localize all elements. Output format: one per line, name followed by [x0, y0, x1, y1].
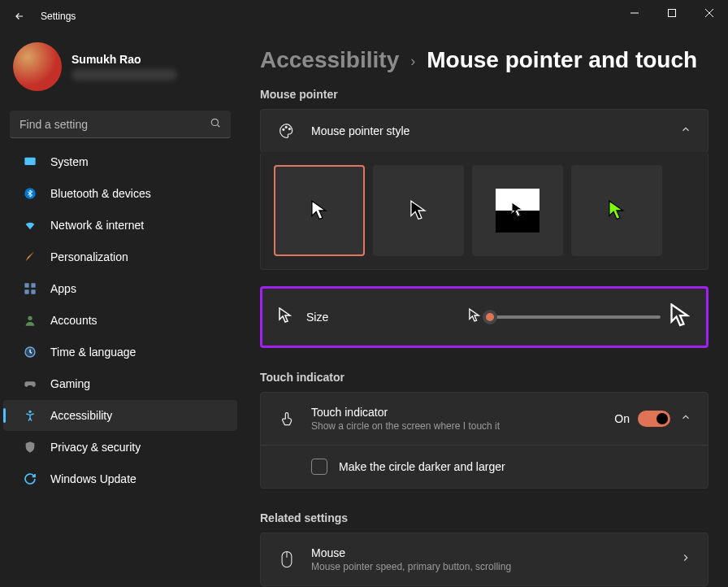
pointer-style-custom[interactable]: [571, 165, 662, 256]
nav-list: System Bluetooth & devices Network & int…: [0, 146, 240, 494]
touch-indicator-label: Touch indicator: [311, 406, 614, 419]
pointer-style-inverted[interactable]: [472, 165, 563, 256]
pointer-size-slider[interactable]: [490, 315, 661, 319]
svg-rect-10: [24, 289, 28, 294]
breadcrumb-parent[interactable]: Accessibility: [260, 47, 399, 73]
nav-gaming[interactable]: Gaming: [3, 368, 237, 399]
touch-indicator-card: Touch indicator Show a circle on the scr…: [260, 392, 708, 489]
palette-icon: [277, 123, 297, 139]
chevron-right-icon: [680, 552, 691, 567]
page-title: Mouse pointer and touch: [427, 47, 697, 73]
pointer-style-label: Mouse pointer style: [311, 124, 670, 137]
nav-accessibility[interactable]: Accessibility: [3, 400, 237, 431]
toggle-state-text: On: [614, 412, 630, 425]
touch-indicator-toggle[interactable]: [638, 411, 670, 427]
svg-rect-1: [669, 10, 676, 17]
minimize-button[interactable]: [616, 0, 653, 26]
pointer-style-header[interactable]: Mouse pointer style: [260, 109, 708, 153]
clock-icon: [23, 345, 37, 359]
search-box: [10, 111, 231, 138]
related-mouse-label: Mouse: [311, 546, 670, 559]
mouse-icon: [277, 550, 297, 568]
cursor-small-icon: [279, 307, 292, 327]
svg-point-15: [283, 128, 284, 130]
pointer-style-white[interactable]: [274, 165, 365, 256]
related-mouse-sub: Mouse pointer speed, primary button, scr…: [311, 561, 670, 572]
chevron-right-icon: ›: [410, 53, 415, 70]
touch-icon: [277, 411, 297, 427]
circle-darker-row[interactable]: Make the circle darker and larger: [261, 446, 708, 488]
nav-privacy[interactable]: Privacy & security: [3, 432, 237, 463]
section-related-title: Related settings: [260, 511, 708, 524]
wifi-icon: [23, 218, 37, 233]
section-touch-title: Touch indicator: [260, 371, 708, 384]
brush-icon: [23, 250, 37, 264]
pointer-style-options: [260, 152, 708, 270]
circle-darker-label: Make the circle darker and larger: [339, 460, 691, 473]
related-mouse-card[interactable]: Mouse Mouse pointer speed, primary butto…: [260, 533, 708, 586]
touch-indicator-row[interactable]: Touch indicator Show a circle on the scr…: [261, 393, 708, 445]
nav-system[interactable]: System: [3, 146, 237, 177]
nav-personalization[interactable]: Personalization: [3, 241, 237, 272]
maximize-button[interactable]: [653, 0, 691, 26]
update-icon: [23, 472, 37, 486]
window-controls: [616, 0, 728, 26]
nav-accounts[interactable]: Accounts: [3, 305, 237, 336]
accessibility-icon: [23, 408, 37, 423]
chevron-up-icon[interactable]: [680, 411, 691, 426]
avatar: [13, 42, 62, 91]
touch-indicator-sub: Show a circle on the screen where I touc…: [311, 420, 614, 432]
apps-icon: [23, 281, 37, 296]
svg-rect-6: [24, 158, 35, 165]
svg-line-5: [218, 125, 220, 128]
user-name: Sumukh Rao: [72, 53, 177, 66]
size-label: Size: [306, 311, 328, 324]
cursor-max-icon: [670, 303, 690, 331]
nav-apps[interactable]: Apps: [3, 273, 237, 304]
svg-point-17: [288, 128, 290, 130]
svg-rect-11: [31, 289, 35, 294]
chevron-up-icon: [680, 124, 691, 138]
display-icon: [23, 154, 37, 169]
nav-time[interactable]: Time & language: [3, 337, 237, 367]
svg-point-4: [211, 119, 218, 125]
nav-update[interactable]: Windows Update: [3, 463, 237, 494]
sidebar: Sumukh Rao System Bluetooth & devices Ne…: [0, 33, 240, 587]
svg-rect-8: [24, 283, 28, 287]
window-title: Settings: [41, 11, 76, 22]
pointer-style-black[interactable]: [373, 165, 464, 256]
shield-icon: [23, 440, 37, 454]
svg-rect-9: [31, 283, 35, 287]
user-email-redacted: [72, 69, 177, 80]
user-block[interactable]: Sumukh Rao: [0, 39, 240, 104]
slider-thumb[interactable]: [483, 310, 497, 324]
nav-bluetooth[interactable]: Bluetooth & devices: [3, 178, 237, 209]
svg-point-12: [28, 316, 32, 320]
svg-point-14: [28, 411, 31, 413]
cursor-min-icon: [469, 308, 480, 326]
back-button[interactable]: [10, 7, 29, 26]
svg-point-16: [285, 126, 287, 128]
section-mouse-pointer-title: Mouse pointer: [260, 88, 708, 101]
pointer-size-card: Size: [260, 286, 708, 348]
bluetooth-icon: [23, 186, 37, 201]
breadcrumb: Accessibility › Mouse pointer and touch: [260, 47, 708, 73]
search-input[interactable]: [10, 111, 231, 138]
nav-network[interactable]: Network & internet: [3, 210, 237, 241]
search-icon: [210, 117, 221, 132]
close-button[interactable]: [691, 0, 728, 26]
circle-darker-checkbox[interactable]: [311, 459, 327, 475]
person-icon: [23, 313, 37, 328]
gamepad-icon: [23, 376, 37, 391]
main-content: Accessibility › Mouse pointer and touch …: [240, 33, 728, 587]
